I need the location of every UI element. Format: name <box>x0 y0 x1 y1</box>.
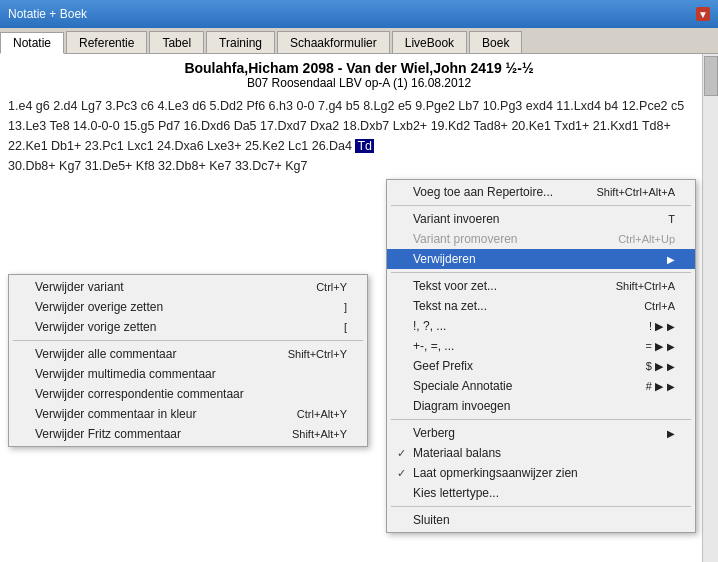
menu-item-label: Tekst na zet... <box>413 299 624 313</box>
game-subtitle: B07 Roosendaal LBV op-A (1) 16.08.2012 <box>8 76 710 90</box>
tab-tabel[interactable]: Tabel <box>149 31 204 53</box>
notation-text: 1.e4 g6 2.d4 Lg7 3.Pc3 c6 4.Le3 d6 5.Dd2… <box>8 99 684 153</box>
menu-item-shortcut: $ ▶ <box>646 360 663 373</box>
tab-bar: NotatieReferentieTabelTrainingSchaakform… <box>0 28 718 54</box>
sub-menu-item-label: Verwijder alle commentaar <box>35 347 268 361</box>
notation-extra: 30.Db8+ Kg7 31.De5+ Kf8 32.Db8+ Ke7 33.D… <box>8 156 710 176</box>
menu-item-label: !, ?, ... <box>413 319 629 333</box>
menu-item-label: Variant promoveren <box>413 232 598 246</box>
tab-referentie[interactable]: Referentie <box>66 31 147 53</box>
sub-menu-item-verwijder-multimedia-commentaar[interactable]: Verwijder multimedia commentaar <box>9 364 367 384</box>
menu-item-tekst-voor-zet[interactable]: Tekst voor zet...Shift+Ctrl+A <box>387 276 695 296</box>
menu-item-label: Verberg <box>413 426 663 440</box>
menu-check-icon: ✓ <box>397 447 413 460</box>
menu-item-label: Sluiten <box>413 513 675 527</box>
submenu-arrow-icon: ▶ <box>667 321 675 332</box>
sub-menu-item-verwijder-alle-commentaar[interactable]: Verwijder alle commentaarShift+Ctrl+Y <box>9 344 367 364</box>
sub-menu-item-shortcut: ] <box>344 301 347 313</box>
menu-item-voeg-toe-aan-repertoire[interactable]: Voeg toe aan Repertoire...Shift+Ctrl+Alt… <box>387 182 695 202</box>
notation-area: 1.e4 g6 2.d4 Lg7 3.Pc3 c6 4.Le3 d6 5.Dd2… <box>8 94 710 178</box>
menu-item-speciale-annotatie[interactable]: Speciale Annotatie# ▶▶ <box>387 376 695 396</box>
sub-menu-item-verwijder-fritz-commentaar[interactable]: Verwijder Fritz commentaarShift+Alt+Y <box>9 424 367 444</box>
menu-item-[interactable]: +-, =, ...= ▶▶ <box>387 336 695 356</box>
game-header: Boulahfa,Hicham 2098 - Van der Wiel,John… <box>8 60 710 90</box>
menu-separator-18 <box>391 506 691 507</box>
sub-menu-item-verwijder-overige-zetten[interactable]: Verwijder overige zetten] <box>9 297 367 317</box>
scrollbar[interactable] <box>702 54 718 562</box>
menu-separator-1 <box>391 205 691 206</box>
submenu-arrow-icon: ▶ <box>667 254 675 265</box>
title-bar: Notatie + Boek ▼ <box>0 0 718 28</box>
menu-item-shortcut: Ctrl+Alt+Up <box>618 233 675 245</box>
menu-item-shortcut: Ctrl+A <box>644 300 675 312</box>
sub-menu-item-shortcut: Shift+Ctrl+Y <box>288 348 347 360</box>
menu-item-shortcut: Shift+Ctrl+A <box>616 280 675 292</box>
sub-menu-separator-3 <box>13 340 363 341</box>
sub-context-menu: Verwijder variantCtrl+YVerwijder overige… <box>8 274 368 447</box>
menu-item-laat-opmerkingsaanwijzer-zien[interactable]: ✓Laat opmerkingsaanwijzer zien <box>387 463 695 483</box>
submenu-arrow-icon: ▶ <box>667 341 675 352</box>
menu-item-shortcut: Shift+Ctrl+Alt+A <box>596 186 675 198</box>
menu-separator-5 <box>391 272 691 273</box>
menu-item-label: Diagram invoegen <box>413 399 675 413</box>
sub-menu-item-label: Verwijder overige zetten <box>35 300 324 314</box>
menu-item-variant-promoveren: Variant promoverenCtrl+Alt+Up <box>387 229 695 249</box>
menu-item-label: Variant invoeren <box>413 212 648 226</box>
sub-menu-item-label: Verwijder commentaar in kleur <box>35 407 277 421</box>
tab-boek[interactable]: Boek <box>469 31 522 53</box>
submenu-arrow-icon: ▶ <box>667 428 675 439</box>
menu-item-diagram-invoegen[interactable]: Diagram invoegen <box>387 396 695 416</box>
menu-item-kies-lettertype[interactable]: Kies lettertype... <box>387 483 695 503</box>
menu-check-icon: ✓ <box>397 467 413 480</box>
menu-item-geef-prefix[interactable]: Geef Prefix$ ▶▶ <box>387 356 695 376</box>
submenu-arrow-icon: ▶ <box>667 381 675 392</box>
sub-menu-item-label: Verwijder correspondentie commentaar <box>35 387 347 401</box>
sub-menu-item-shortcut: Ctrl+Y <box>316 281 347 293</box>
menu-item-label: Kies lettertype... <box>413 486 675 500</box>
menu-item-label: Tekst voor zet... <box>413 279 596 293</box>
sub-menu-item-verwijder-variant[interactable]: Verwijder variantCtrl+Y <box>9 277 367 297</box>
menu-item-label: Speciale Annotatie <box>413 379 626 393</box>
sub-menu-item-label: Verwijder variant <box>35 280 296 294</box>
menu-item-[interactable]: !, ?, ...! ▶▶ <box>387 316 695 336</box>
sub-menu-item-label: Verwijder Fritz commentaar <box>35 427 272 441</box>
sub-menu-item-verwijder-commentaar-in-kleur[interactable]: Verwijder commentaar in kleurCtrl+Alt+Y <box>9 404 367 424</box>
close-button[interactable]: ▼ <box>696 7 710 21</box>
title-bar-text: Notatie + Boek <box>8 7 87 21</box>
sub-menu-item-shortcut: [ <box>344 321 347 333</box>
menu-item-tekst-na-zet[interactable]: Tekst na zet...Ctrl+A <box>387 296 695 316</box>
menu-item-shortcut: ! ▶ <box>649 320 663 333</box>
menu-item-label: Voeg toe aan Repertoire... <box>413 185 576 199</box>
game-title: Boulahfa,Hicham 2098 - Van der Wiel,John… <box>8 60 710 76</box>
menu-item-label: Verwijderen <box>413 252 663 266</box>
menu-item-variant-invoeren[interactable]: Variant invoerenT <box>387 209 695 229</box>
main-context-menu: Voeg toe aan Repertoire...Shift+Ctrl+Alt… <box>386 179 696 533</box>
menu-item-shortcut: = ▶ <box>646 340 663 353</box>
sub-menu-item-verwijder-vorige-zetten[interactable]: Verwijder vorige zetten[ <box>9 317 367 337</box>
menu-item-label: Materiaal balans <box>413 446 675 460</box>
tab-training[interactable]: Training <box>206 31 275 53</box>
tab-schaakformulier[interactable]: Schaakformulier <box>277 31 390 53</box>
sub-menu-item-shortcut: Ctrl+Alt+Y <box>297 408 347 420</box>
scrollbar-thumb[interactable] <box>704 56 718 96</box>
sub-menu-item-label: Verwijder vorige zetten <box>35 320 324 334</box>
menu-item-label: +-, =, ... <box>413 339 626 353</box>
menu-item-shortcut: # ▶ <box>646 380 663 393</box>
sub-menu-item-label: Verwijder multimedia commentaar <box>35 367 347 381</box>
menu-separator-13 <box>391 419 691 420</box>
main-content: Boulahfa,Hicham 2098 - Van der Wiel,John… <box>0 54 718 562</box>
tab-notatie[interactable]: Notatie <box>0 32 64 54</box>
menu-item-verwijderen[interactable]: Verwijderen▶ <box>387 249 695 269</box>
menu-item-label: Laat opmerkingsaanwijzer zien <box>413 466 675 480</box>
menu-item-sluiten[interactable]: Sluiten <box>387 510 695 530</box>
menu-item-shortcut: T <box>668 213 675 225</box>
menu-item-label: Geef Prefix <box>413 359 626 373</box>
submenu-arrow-icon: ▶ <box>667 361 675 372</box>
menu-item-verberg[interactable]: Verberg▶ <box>387 423 695 443</box>
highlighted-move: Td <box>355 139 374 153</box>
sub-menu-item-verwijder-correspondentie-commentaar[interactable]: Verwijder correspondentie commentaar <box>9 384 367 404</box>
tab-livebook[interactable]: LiveBook <box>392 31 467 53</box>
menu-item-materiaal-balans[interactable]: ✓Materiaal balans <box>387 443 695 463</box>
sub-menu-item-shortcut: Shift+Alt+Y <box>292 428 347 440</box>
